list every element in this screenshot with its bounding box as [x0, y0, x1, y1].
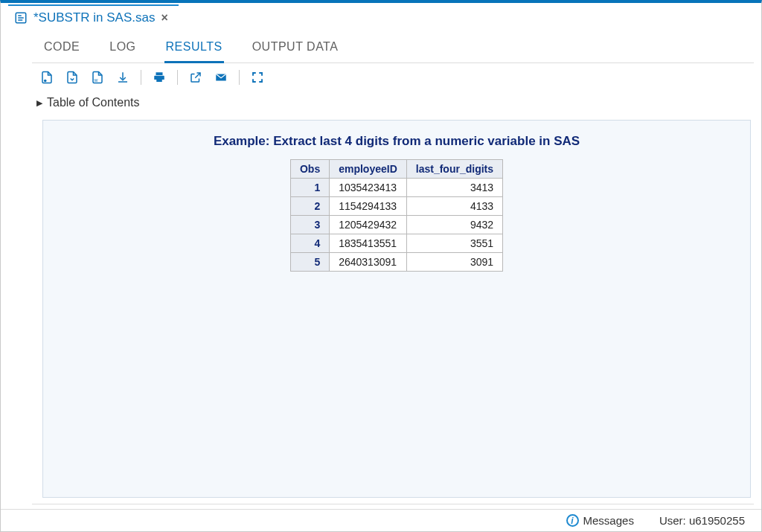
toc-label: Table of Contents	[47, 96, 140, 109]
close-icon[interactable]: ×	[161, 12, 167, 24]
results-pane: Example: Extract last 4 digits from a nu…	[42, 120, 751, 498]
tab-output-data[interactable]: OUTPUT DATA	[251, 37, 340, 63]
fullscreen-icon[interactable]	[249, 69, 266, 86]
file-tab[interactable]: *SUBSTR in SAS.sas ×	[8, 4, 179, 30]
table-row: 1 1035423413 3413	[290, 179, 502, 197]
cell-obs: 5	[290, 253, 329, 272]
info-icon: i	[566, 514, 579, 527]
svg-text:W: W	[95, 78, 98, 83]
tab-code[interactable]: CODE	[42, 37, 81, 63]
status-bar: i Messages User: u61950255	[1, 509, 761, 531]
svg-point-1	[44, 80, 47, 83]
results-table: Obs employeeID last_four_digits 1 103542…	[290, 159, 503, 272]
cell-last-four: 3551	[406, 234, 502, 253]
col-obs: Obs	[290, 160, 329, 179]
app-window: *SUBSTR in SAS.sas × CODE LOG RESULTS OU…	[0, 0, 762, 532]
messages-button[interactable]: i Messages	[566, 514, 634, 527]
table-of-contents-toggle[interactable]: ▶ Table of Contents	[32, 92, 754, 120]
export-pdf-icon[interactable]	[63, 69, 81, 86]
cell-employeeid: 1035423413	[330, 179, 407, 197]
table-row: 4 1835413551 3551	[290, 234, 502, 253]
file-tab-title: *SUBSTR in SAS.sas	[33, 10, 155, 25]
cell-employeeid: 2640313091	[330, 253, 407, 272]
toolbar-separator	[141, 70, 141, 85]
table-row: 5 2640313091 3091	[290, 253, 502, 272]
cell-last-four: 9432	[406, 216, 502, 234]
cell-obs: 3	[290, 216, 329, 234]
cell-employeeid: 1154294133	[330, 197, 407, 216]
export-rtf-icon[interactable]: W	[89, 69, 106, 86]
user-label: User: u61950255	[659, 514, 745, 527]
col-last-four: last_four_digits	[406, 160, 502, 179]
cell-obs: 1	[290, 179, 329, 197]
file-tab-bar: *SUBSTR in SAS.sas ×	[1, 3, 761, 30]
cell-obs: 2	[290, 197, 329, 216]
cell-obs: 4	[290, 234, 329, 253]
toolbar-separator	[239, 70, 240, 85]
cell-employeeid: 1205429432	[330, 216, 407, 234]
cell-last-four: 4133	[406, 197, 502, 216]
editor-panel: CODE LOG RESULTS OUTPUT DATA W	[32, 30, 754, 504]
open-new-window-icon[interactable]	[187, 69, 205, 86]
table-row: 3 1205429432 9432	[290, 216, 502, 234]
export-html-icon[interactable]	[38, 69, 56, 86]
cell-last-four: 3413	[406, 179, 502, 197]
tab-log[interactable]: LOG	[108, 37, 137, 63]
email-icon[interactable]	[212, 69, 230, 86]
print-icon[interactable]	[150, 69, 168, 86]
sub-tab-bar: CODE LOG RESULTS OUTPUT DATA	[32, 30, 754, 63]
col-employeeid: employeeID	[330, 160, 407, 179]
cell-employeeid: 1835413551	[330, 234, 407, 253]
cell-last-four: 3091	[406, 253, 502, 272]
table-row: 2 1154294133 4133	[290, 197, 502, 216]
messages-label: Messages	[583, 514, 634, 527]
toolbar-separator	[177, 70, 178, 85]
caret-right-icon: ▶	[36, 98, 42, 108]
tab-results[interactable]: RESULTS	[164, 37, 224, 63]
results-title: Example: Extract last 4 digits from a nu…	[51, 134, 743, 149]
download-icon[interactable]	[114, 69, 132, 86]
program-icon	[14, 11, 28, 25]
results-toolbar: W	[32, 63, 754, 92]
